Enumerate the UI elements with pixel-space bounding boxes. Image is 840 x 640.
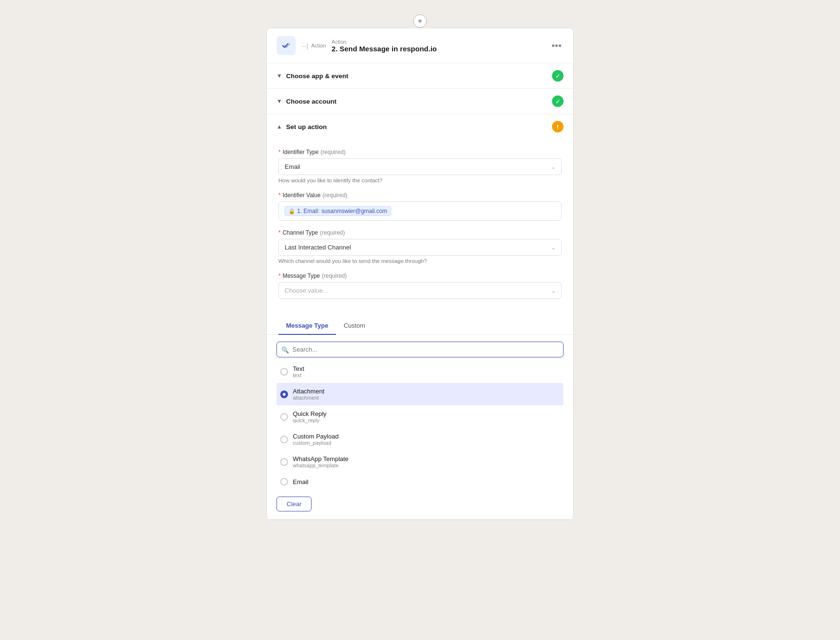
radio-custom-payload bbox=[280, 436, 288, 443]
search-wrapper: 🔍 bbox=[276, 342, 564, 357]
option-text-value: text bbox=[293, 372, 304, 378]
setup-action-header-left: ▲ Set up action bbox=[276, 123, 327, 130]
action-type-label: Action bbox=[332, 39, 437, 45]
choose-account-title: Choose account bbox=[286, 98, 336, 105]
identifier-type-field: * Identifier Type (required) Email ⌄ How… bbox=[278, 149, 562, 183]
tag-person-icon: 🔒 bbox=[288, 208, 295, 214]
radio-whatsapp-template bbox=[280, 458, 288, 466]
action-label: Action bbox=[311, 43, 326, 48]
option-email-block: Email bbox=[293, 478, 309, 486]
options-list: Text text Attachment attachment bbox=[267, 357, 573, 492]
option-email[interactable]: Email bbox=[276, 473, 564, 490]
identifier-type-select[interactable]: Email bbox=[278, 158, 562, 175]
setup-action-header[interactable]: ▲ Set up action ! bbox=[267, 114, 573, 139]
checkmark-icon-2: ✓ bbox=[555, 98, 561, 105]
option-attachment-name: Attachment bbox=[293, 388, 324, 395]
identifier-value-input[interactable]: 🔒 1. Email: susanmswier@gmail.com bbox=[278, 201, 562, 221]
card-title-block: ···| Action Action 2. Send Message in re… bbox=[301, 39, 550, 53]
radio-text bbox=[280, 368, 288, 376]
identifier-type-select-wrapper: Email ⌄ bbox=[278, 158, 562, 175]
chevron-down-icon: ▼ bbox=[276, 72, 282, 79]
clear-button[interactable]: Clear bbox=[276, 497, 312, 511]
setup-action-title: Set up action bbox=[286, 123, 327, 130]
identifier-type-hint: How would you like to identify the conta… bbox=[278, 178, 562, 183]
option-quick-reply-value: quick_reply bbox=[293, 417, 326, 423]
ellipsis-icon: ••• bbox=[552, 40, 562, 51]
identifier-value-field: * Identifier Value (required) 🔒 1. Email… bbox=[278, 192, 562, 221]
setup-action-status: ! bbox=[552, 121, 564, 132]
option-attachment-block: Attachment attachment bbox=[293, 388, 324, 401]
option-custom-payload-value: custom_payload bbox=[293, 440, 338, 446]
tabs-row: Message Type Custom bbox=[267, 317, 573, 335]
identifier-type-value: Email bbox=[285, 163, 300, 170]
setup-action-section: ▲ Set up action ! * Identifier Type (req… bbox=[267, 114, 573, 520]
radio-quick-reply bbox=[280, 413, 288, 421]
option-whatsapp-value: whatsapp_template bbox=[293, 462, 348, 468]
card-main-title: 2. Send Message in respond.io bbox=[332, 45, 437, 53]
option-text-block: Text text bbox=[293, 365, 304, 378]
option-attachment-value: attachment bbox=[293, 395, 324, 401]
action-card: ···| Action Action 2. Send Message in re… bbox=[266, 28, 574, 520]
choose-app-section: ▼ Choose app & event ✓ bbox=[267, 63, 573, 89]
card-header: ···| Action Action 2. Send Message in re… bbox=[267, 28, 573, 63]
option-attachment[interactable]: Attachment attachment bbox=[276, 383, 564, 405]
choose-account-header-left: ▼ Choose account bbox=[276, 98, 336, 105]
app-icon bbox=[276, 36, 296, 55]
respond-io-logo bbox=[281, 40, 291, 51]
option-text[interactable]: Text text bbox=[276, 360, 564, 383]
identifier-tag: 🔒 1. Email: susanmswier@gmail.com bbox=[285, 206, 391, 216]
message-type-label: * Message Type (required) bbox=[278, 273, 562, 279]
setup-form: * Identifier Type (required) Email ⌄ How… bbox=[267, 139, 573, 317]
option-quick-reply[interactable]: Quick Reply quick_reply bbox=[276, 405, 564, 428]
channel-type-select-wrapper: Last Interacted Channel ⌄ bbox=[278, 239, 562, 256]
radio-attachment bbox=[280, 391, 288, 398]
option-custom-payload[interactable]: Custom Payload custom_payload bbox=[276, 428, 564, 450]
identifier-value-label: * Identifier Value (required) bbox=[278, 192, 562, 199]
option-email-name: Email bbox=[293, 478, 309, 486]
card-menu-button[interactable]: ••• bbox=[550, 38, 564, 53]
option-whatsapp-template-block: WhatsApp Template whatsapp_template bbox=[293, 455, 348, 468]
identifier-type-label: * Identifier Type (required) bbox=[278, 149, 562, 155]
card-title: Action 2. Send Message in respond.io bbox=[332, 39, 437, 53]
message-type-select-wrapper: Choose value... ⌄ bbox=[278, 282, 562, 299]
channel-type-select[interactable]: Last Interacted Channel bbox=[278, 239, 562, 256]
chevron-down-icon-2: ▼ bbox=[276, 98, 282, 105]
option-whatsapp-name: WhatsApp Template bbox=[293, 455, 348, 462]
choose-app-header[interactable]: ▼ Choose app & event ✓ bbox=[267, 63, 573, 88]
radio-email bbox=[280, 478, 288, 486]
choose-account-status: ✓ bbox=[552, 95, 564, 107]
search-icon: 🔍 bbox=[281, 346, 289, 353]
card-header-meta: ···| Action bbox=[301, 42, 328, 49]
add-step-button-top[interactable]: + bbox=[413, 14, 427, 28]
choose-app-header-left: ▼ Choose app & event bbox=[276, 72, 348, 80]
warning-icon: ! bbox=[557, 123, 559, 130]
chevron-up-icon: ▲ bbox=[276, 123, 282, 130]
tab-custom[interactable]: Custom bbox=[336, 317, 373, 335]
channel-type-label: * Channel Type (required) bbox=[278, 229, 562, 236]
plus-icon: + bbox=[418, 17, 422, 25]
message-type-placeholder: Choose value... bbox=[285, 287, 328, 294]
page-wrapper: + ···| Action Action 2. Send Message in … bbox=[252, 14, 588, 520]
option-custom-payload-block: Custom Payload custom_payload bbox=[293, 433, 338, 446]
option-text-name: Text bbox=[293, 365, 304, 372]
channel-type-value: Last Interacted Channel bbox=[285, 244, 351, 251]
choose-account-header[interactable]: ▼ Choose account ✓ bbox=[267, 89, 573, 114]
checkmark-icon: ✓ bbox=[555, 72, 561, 80]
option-whatsapp-template[interactable]: WhatsApp Template whatsapp_template bbox=[276, 450, 564, 473]
option-quick-reply-block: Quick Reply quick_reply bbox=[293, 410, 326, 423]
message-type-field: * Message Type (required) Choose value..… bbox=[278, 273, 562, 299]
channel-type-field: * Channel Type (required) Last Interacte… bbox=[278, 229, 562, 264]
choose-app-title: Choose app & event bbox=[286, 72, 348, 80]
dropdown-search-area: 🔍 bbox=[267, 335, 573, 357]
search-input[interactable] bbox=[276, 342, 564, 357]
tab-message-type[interactable]: Message Type bbox=[278, 317, 336, 335]
option-custom-payload-name: Custom Payload bbox=[293, 433, 338, 440]
choose-app-status: ✓ bbox=[552, 70, 564, 82]
channel-type-hint: Which channel would you like to send the… bbox=[278, 258, 562, 264]
message-type-select[interactable]: Choose value... bbox=[278, 282, 562, 299]
choose-account-section: ▼ Choose account ✓ bbox=[267, 89, 573, 114]
action-dots-icon: ···| bbox=[301, 42, 308, 49]
option-quick-reply-name: Quick Reply bbox=[293, 410, 326, 417]
